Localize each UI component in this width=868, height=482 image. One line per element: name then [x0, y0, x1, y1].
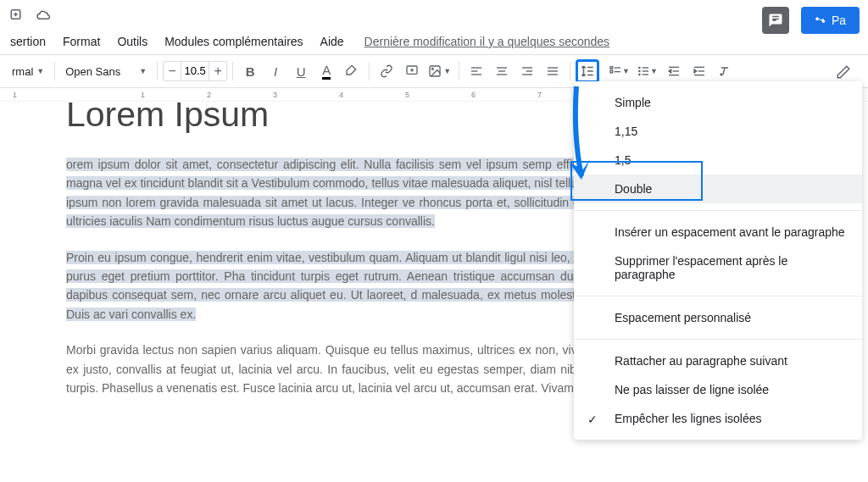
editing-mode-icon[interactable] [836, 64, 851, 80]
decrease-indent-button[interactable] [662, 59, 686, 83]
underline-button[interactable]: U [289, 59, 313, 83]
menu-bar: sertion Format Outils Modules complément… [0, 29, 868, 54]
svg-rect-23 [610, 67, 613, 69]
font-select[interactable]: Open Sans▼ [60, 65, 152, 78]
insert-space-before[interactable]: Insérer un espacement avant le paragraph… [574, 218, 862, 247]
svg-point-27 [638, 67, 641, 69]
bullet-list-button[interactable]: ▼ [634, 59, 660, 83]
insert-image-button[interactable]: ▼ [426, 59, 453, 83]
svg-rect-28 [643, 67, 648, 68]
clear-formatting-button[interactable] [713, 59, 737, 83]
increase-font-icon[interactable]: + [209, 62, 226, 80]
text-color-button[interactable]: A [314, 59, 338, 83]
no-orphan-line[interactable]: Ne pas laisser de ligne isolée [574, 375, 862, 404]
svg-point-29 [638, 70, 641, 73]
insert-link-button[interactable] [375, 59, 398, 83]
highlight-color-button[interactable] [340, 59, 364, 83]
remove-space-after[interactable]: Supprimer l'espacement après le paragrap… [574, 247, 862, 289]
cloud-status-icon[interactable] [36, 6, 53, 23]
share-label: Pa [832, 14, 846, 27]
svg-point-31 [638, 74, 641, 76]
spacing-simple[interactable]: Simple [574, 88, 862, 117]
spacing-115[interactable]: 1,15 [574, 117, 862, 146]
svg-rect-30 [643, 70, 648, 71]
add-to-drive-icon[interactable] [8, 6, 25, 23]
svg-point-7 [432, 68, 434, 69]
increase-indent-button[interactable] [687, 59, 711, 83]
share-button[interactable]: Pa [801, 7, 860, 34]
align-left-button[interactable] [465, 59, 488, 83]
add-comment-button[interactable] [400, 59, 424, 83]
align-right-button[interactable] [515, 59, 539, 83]
custom-spacing[interactable]: Espacement personnalisé [574, 303, 862, 332]
menu-insertion[interactable]: sertion [3, 31, 53, 52]
menu-outils[interactable]: Outils [110, 31, 154, 52]
prevent-orphans[interactable]: ✓Empêcher les lignes isolées [574, 404, 862, 433]
menu-modules[interactable]: Modules complémentaires [158, 31, 309, 52]
font-size-value[interactable]: 10.5 [181, 62, 209, 80]
svg-rect-32 [643, 74, 648, 75]
line-spacing-button[interactable] [576, 59, 599, 83]
spacing-15[interactable]: 1,5 [574, 146, 862, 175]
italic-button[interactable]: I [264, 59, 287, 83]
align-center-button[interactable] [490, 59, 514, 83]
align-justify-button[interactable] [541, 59, 565, 83]
menu-aide[interactable]: Aide [314, 31, 351, 52]
checklist-button[interactable]: ▼ [606, 59, 632, 83]
menu-format[interactable]: Format [56, 31, 107, 52]
comments-button[interactable] [762, 7, 789, 34]
svg-rect-25 [610, 70, 613, 73]
font-size-stepper[interactable]: − 10.5 + [163, 61, 227, 81]
decrease-font-icon[interactable]: − [164, 62, 181, 80]
paragraph-style-select[interactable]: rmal▼ [7, 65, 49, 78]
last-modification[interactable]: Dernière modification il y a quelques se… [364, 35, 610, 48]
keep-with-next[interactable]: Rattacher au paragraphe suivant [574, 346, 862, 375]
spacing-double[interactable]: Double [574, 175, 862, 203]
bold-button[interactable]: B [238, 59, 262, 83]
line-spacing-dropdown: Simple 1,15 1,5 Double Insérer un espace… [574, 81, 862, 440]
